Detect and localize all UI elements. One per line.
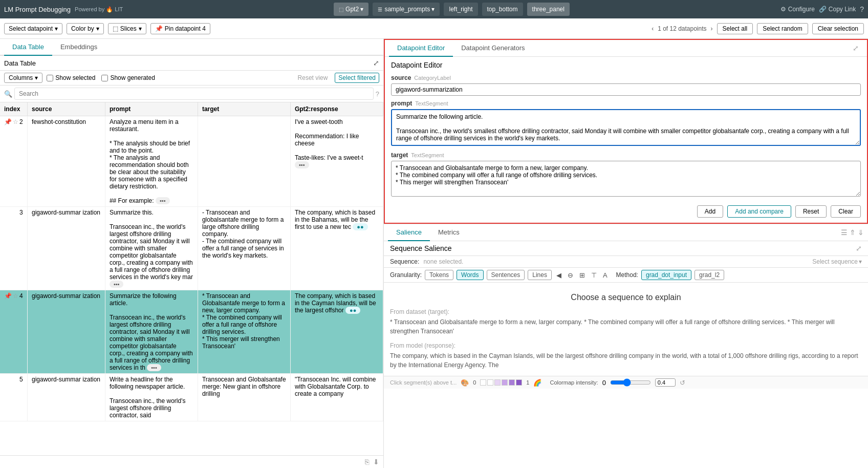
row-index: 4 <box>19 292 23 300</box>
salience-tab-bar: Salience Metrics ☰ ⇑ ⇓ <box>384 224 868 241</box>
overflow-chip[interactable]: ••• <box>156 197 170 204</box>
overflow-chip[interactable]: ••• <box>110 281 124 288</box>
clear-selection-button[interactable]: Clear selection <box>812 23 864 34</box>
gran-split-button[interactable]: ⊤ <box>590 270 598 280</box>
gran-circle-button[interactable]: ⊖ <box>566 270 575 280</box>
expand-icon[interactable]: ⤢ <box>373 59 379 67</box>
show-selected-checkbox[interactable] <box>47 75 53 81</box>
prompt-field-header: prompt TextSegment <box>391 100 861 107</box>
gpt2-tab[interactable]: ⬚ Salience Gpt2 ▾ <box>334 3 368 16</box>
gran-font-button[interactable]: A <box>601 270 609 280</box>
tab-data-table[interactable]: Data Table <box>4 39 52 56</box>
gran-minus-button[interactable]: ◀ <box>555 270 563 280</box>
select-random-button[interactable]: Select random <box>757 23 808 34</box>
gran-sentences-button[interactable]: Sentences <box>487 270 525 280</box>
select-sequence-button[interactable]: Select sequence ▾ <box>812 258 862 265</box>
show-generated-label[interactable]: Show generated <box>101 74 155 81</box>
method-grad-dot-button[interactable]: grad_dot_input <box>641 270 691 280</box>
salience-actions: ☰ ⇑ ⇓ <box>841 228 864 237</box>
overflow-chip[interactable]: ••• <box>147 364 161 371</box>
method-label: Method: <box>616 271 638 279</box>
reset-button[interactable]: Reset <box>795 205 827 218</box>
select-filtered-button[interactable]: Select filtered <box>335 73 379 83</box>
next-datapoint-button[interactable]: › <box>711 25 713 32</box>
gran-words-button[interactable]: Words <box>457 270 483 280</box>
expand-editor-icon[interactable]: ⤢ <box>849 40 863 56</box>
overflow-chip[interactable]: ••• <box>295 161 309 168</box>
prompt-label: prompt <box>391 100 412 107</box>
gear-icon: ⚙ <box>780 6 786 13</box>
gran-tokens-button[interactable]: Tokens <box>425 270 453 280</box>
pin-icon[interactable]: 📌 <box>4 292 12 300</box>
tab-datapoint-generators[interactable]: Datapoint Generators <box>453 40 533 57</box>
reset-view-button[interactable]: Reset view <box>295 73 331 82</box>
copy-link-button[interactable]: 🔗 Copy Link <box>819 6 856 13</box>
right-panel: Datapoint Editor Datapoint Generators ⤢ … <box>384 39 868 468</box>
salience-box-3 <box>502 379 508 386</box>
color-by-button[interactable]: Color by ▾ <box>67 23 104 34</box>
select-datapoint-button[interactable]: Select datapoint ▾ <box>4 23 62 34</box>
configure-button[interactable]: ⚙ Configure <box>780 6 815 13</box>
colormap-slider[interactable] <box>610 378 651 387</box>
download-icon[interactable]: ⬇ <box>373 458 379 466</box>
source-label: source <box>391 74 411 81</box>
tab-metrics[interactable]: Metrics <box>430 224 468 241</box>
star-icon[interactable]: ☆ <box>13 118 18 125</box>
tab-datapoint-editor[interactable]: Datapoint Editor <box>389 40 453 57</box>
star-icon[interactable]: ☆ <box>13 292 18 300</box>
top-bottom-tab[interactable]: top_bottom <box>482 3 523 16</box>
select-all-button[interactable]: Select all <box>717 23 753 34</box>
clear-button[interactable]: Clear <box>831 205 861 218</box>
sequence-salience-header: Sequence Salience ⤢ <box>384 241 868 256</box>
columns-button[interactable]: Columns ▾ <box>4 73 42 83</box>
prompt-textarea[interactable]: Summarize the following article. Transoc… <box>391 109 861 146</box>
refresh-button[interactable]: ↺ <box>680 379 685 387</box>
cell-response: I've a sweet-tooth Recommendation: I lik… <box>290 116 383 207</box>
colormap-value-input[interactable] <box>655 378 676 387</box>
show-generated-checkbox[interactable] <box>101 75 108 81</box>
powered-by: Powered by 🔥 LIT <box>75 6 123 13</box>
table-row[interactable]: 📌 ☆ 3 gigaword-summar ization Summarize … <box>0 207 383 290</box>
col-header-prompt: prompt <box>105 102 198 116</box>
col-header-index: index <box>0 102 27 116</box>
main-toolbar: Select datapoint ▾ Color by ▾ ⬚ Slices ▾… <box>0 18 868 39</box>
salience-sort-asc-button[interactable]: ⇑ <box>850 228 856 237</box>
method-grad-l2-button[interactable]: grad_l2 <box>695 270 724 280</box>
table-bottom: ⎘ ⬇ <box>0 455 383 468</box>
tab-embeddings[interactable]: Embeddings <box>52 39 105 56</box>
gran-lines-button[interactable]: Lines <box>528 270 552 280</box>
ss-expand-icon[interactable]: ⤢ <box>856 244 862 252</box>
prev-datapoint-button[interactable]: ‹ <box>652 25 654 32</box>
show-selected-label[interactable]: Show selected <box>47 74 95 81</box>
slices-button[interactable]: ⬚ Slices ▾ <box>108 23 146 34</box>
colormap-label: Colormap intensity: <box>550 379 598 386</box>
add-button[interactable]: Add <box>697 205 723 218</box>
copy-icon[interactable]: ⎘ <box>365 458 369 466</box>
pin-icon: 📌 <box>155 25 163 32</box>
left-tab-bar: Data Table Embeddings <box>0 39 383 56</box>
source-input[interactable] <box>391 83 861 96</box>
left-panel: Data Table Embeddings Data Table ⤢ Colum… <box>0 39 384 468</box>
response-chip: ●● <box>345 307 360 314</box>
three-panel-tab[interactable]: three_panel <box>527 3 570 16</box>
help-icon[interactable]: ? <box>376 90 379 98</box>
sample-prompts-tab[interactable]: ☰ sample_prompts ▾ <box>373 3 440 16</box>
cell-prompt: Analyze a menu item in a restaurant. * T… <box>105 116 198 207</box>
target-textarea[interactable]: * Transocean and Globalsantafe merge to … <box>391 161 861 197</box>
add-and-compare-button[interactable]: Add and compare <box>727 205 791 218</box>
salience-menu-button[interactable]: ☰ <box>841 228 848 237</box>
salience-sort-desc-button[interactable]: ⇓ <box>858 228 864 237</box>
search-input[interactable] <box>14 88 374 100</box>
pin-icon[interactable]: 📌 <box>4 118 12 125</box>
pin-datapoint-button[interactable]: 📌 Pin datapoint 4 <box>150 23 210 34</box>
dp-editor: Datapoint Editor source CategoryLabel pr… <box>385 57 867 223</box>
left-right-tab[interactable]: left_right <box>444 3 478 16</box>
table-row[interactable]: 📌 ☆ 2 fewshot-constitution Analyze a men… <box>0 116 383 207</box>
gran-grid-button[interactable]: ⊞ <box>578 270 587 280</box>
table-row[interactable]: 📌 ☆ 5 gigaword-summar ization Write a he… <box>0 374 383 421</box>
salience-box-0 <box>480 379 486 386</box>
table-row[interactable]: 📌 ☆ 4 gigaword-summar ization Summarize … <box>0 290 383 374</box>
tab-salience[interactable]: Salience <box>388 224 430 241</box>
salience-max-label: 1 <box>526 379 529 386</box>
help-button[interactable]: ? <box>860 5 864 13</box>
